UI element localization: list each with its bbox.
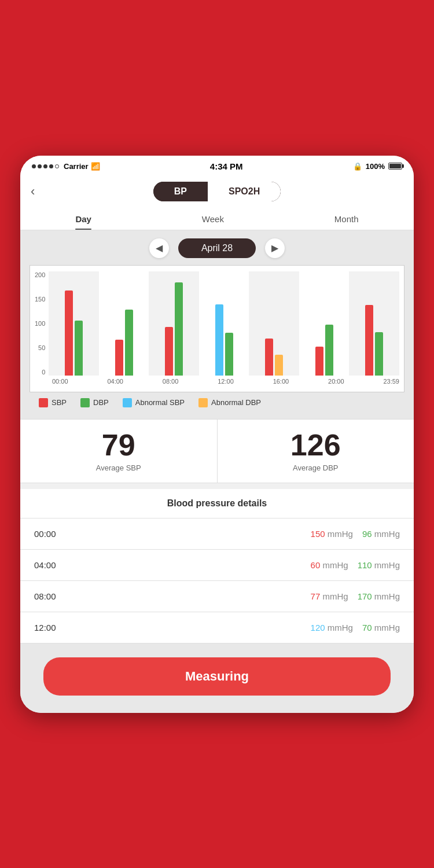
stats-row: 79 Average SBP 126 Average DBP (20, 419, 414, 483)
bar-dbp-0 (75, 321, 83, 375)
bar-dbp-1 (125, 310, 133, 376)
sbp-value: 79 (26, 430, 211, 460)
legend-label-0: SBP (52, 398, 67, 407)
detail-row-1: 04:0060 mmHg110 mmHg (20, 550, 414, 581)
dot2 (38, 164, 42, 168)
bar-abnsbp-3 (215, 304, 223, 375)
battery-percent: 100% (366, 162, 385, 171)
stat-dbp: 126 Average DBP (217, 420, 414, 483)
legend-item-1: DBP (80, 398, 109, 407)
period-tab-week[interactable]: Week (202, 214, 224, 227)
status-bar: Carrier 📶 4:34 PM 🔒 100% (20, 156, 414, 176)
x-axis: 00:0004:0008:0012:0016:0020:0023:59 (35, 376, 399, 385)
detail-rows: 00:00150 mmHg96 mmHg04:0060 mmHg110 mmHg… (20, 518, 414, 643)
detail-values-0: 150 mmHg96 mmHg (311, 529, 400, 539)
spo2h-tab[interactable]: SPO2H (208, 182, 281, 201)
dbp-value: 126 (223, 430, 409, 460)
x-label-6: 23:59 (383, 378, 399, 385)
detail-sbp-0: 150 mmHg (311, 529, 353, 539)
detail-values-3: 120 mmHg70 mmHg (311, 623, 400, 632)
legend-dot-1 (80, 398, 90, 407)
battery-fill (389, 164, 401, 168)
bar-sbp-5 (315, 347, 323, 375)
dbp-label: Average DBP (223, 464, 409, 472)
phone-frame: Carrier 📶 4:34 PM 🔒 100% ‹ BP SPO2H Day … (20, 156, 414, 713)
bar-sbp-2 (165, 327, 173, 375)
bar-group-3 (199, 304, 249, 375)
dot3 (43, 164, 47, 168)
header-nav: ‹ BP SPO2H (20, 176, 414, 209)
battery-icon (388, 163, 402, 170)
y-label-150: 150 (35, 296, 45, 303)
legend-label-3: Abnormal DBP (211, 398, 261, 407)
mode-toggle: BP SPO2H (153, 182, 281, 201)
status-right: 🔒 100% (353, 162, 402, 171)
bar-group-0 (49, 290, 99, 376)
stat-sbp: 79 Average SBP (20, 420, 217, 483)
detail-values-2: 77 mmHg170 mmHg (311, 591, 400, 601)
signal-dots (32, 164, 59, 168)
bar-sbp-6 (365, 305, 373, 375)
detail-dbp-0: 96 mmHg (362, 529, 400, 539)
bar-chart: 200 150 100 50 0 00:0004:0008:0012:0016:… (30, 265, 404, 392)
next-date-button[interactable]: ▶ (265, 238, 285, 258)
x-label-4: 16:00 (273, 378, 289, 385)
bars-area (49, 271, 399, 376)
detail-row-0: 00:00150 mmHg96 mmHg (20, 518, 414, 550)
details-section: Blood pressure details 00:00150 mmHg96 m… (20, 489, 414, 643)
bar-group-1 (99, 310, 149, 376)
period-tabs: Day Week Month (20, 209, 414, 230)
detail-sbp-3: 120 mmHg (311, 623, 353, 632)
period-tab-day[interactable]: Day (75, 214, 91, 227)
dot5 (55, 164, 59, 168)
detail-time-3: 12:00 (34, 623, 56, 632)
bar-dbp-5 (325, 325, 333, 375)
period-tab-month[interactable]: Month (334, 214, 359, 227)
detail-time-1: 04:00 (34, 560, 56, 570)
legend-label-1: DBP (93, 398, 109, 407)
y-label-100: 100 (35, 320, 45, 327)
legend-dot-3 (198, 398, 208, 407)
x-label-1: 04:00 (107, 378, 123, 385)
sbp-label: Average SBP (26, 464, 211, 472)
details-title: Blood pressure details (20, 489, 414, 518)
bar-group-6 (349, 305, 399, 375)
detail-dbp-1: 110 mmHg (358, 560, 400, 570)
status-time: 4:34 PM (210, 161, 243, 171)
bar-group-2 (149, 282, 199, 376)
legend-item-3: Abnormal DBP (198, 398, 261, 407)
legend-dot-2 (123, 398, 132, 407)
detail-time-2: 08:00 (34, 591, 56, 601)
chart-area: 200 150 100 50 0 (35, 271, 399, 376)
bar-sbp-4 (265, 339, 273, 375)
bar-dbp-2 (175, 282, 183, 376)
x-label-5: 20:00 (328, 378, 344, 385)
back-button[interactable]: ‹ (31, 184, 35, 199)
detail-row-3: 12:00120 mmHg70 mmHg (20, 612, 414, 643)
legend-item-2: Abnormal SBP (123, 398, 185, 407)
chart-section: ◀ April 28 ▶ 200 150 100 50 0 (20, 230, 414, 419)
y-label-50: 50 (38, 344, 45, 351)
bottom-section: Measuring (20, 643, 414, 713)
wifi-icon: 📶 (91, 162, 100, 171)
legend-item-0: SBP (39, 398, 67, 407)
measuring-button[interactable]: Measuring (43, 657, 391, 696)
detail-dbp-3: 70 mmHg (362, 623, 400, 632)
dot4 (49, 164, 53, 168)
bar-sbp-0 (65, 290, 73, 376)
bar-group-5 (299, 325, 350, 375)
detail-sbp-1: 60 mmHg (311, 560, 348, 570)
x-label-2: 08:00 (163, 378, 179, 385)
prev-date-button[interactable]: ◀ (149, 238, 169, 258)
lock-icon: 🔒 (353, 162, 362, 171)
carrier-label: Carrier (64, 162, 89, 171)
detail-row-2: 08:0077 mmHg170 mmHg (20, 581, 414, 612)
bp-tab[interactable]: BP (153, 182, 208, 201)
y-axis: 200 150 100 50 0 (35, 271, 49, 376)
bar-sbp-1 (115, 340, 123, 376)
legend-label-2: Abnormal SBP (135, 398, 185, 407)
legend-dot-0 (39, 398, 48, 407)
detail-sbp-2: 77 mmHg (311, 591, 348, 601)
bar-dbp-6 (375, 332, 383, 375)
detail-time-0: 00:00 (34, 529, 56, 539)
